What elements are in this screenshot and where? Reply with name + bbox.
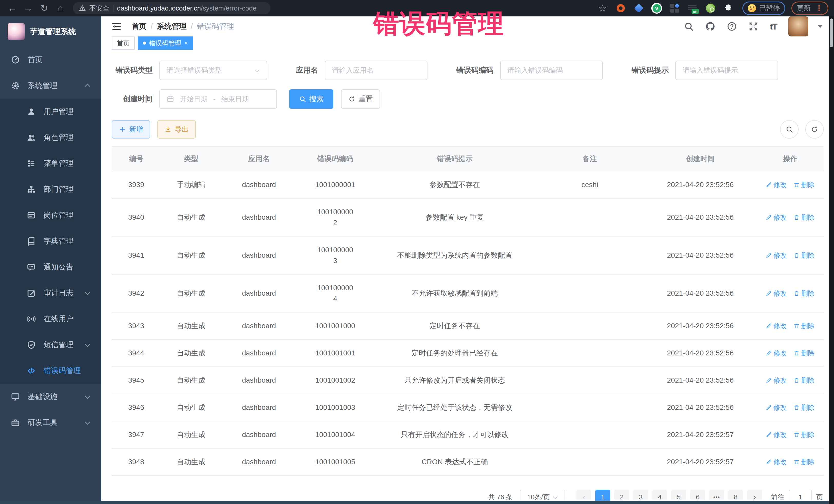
sidebar-item[interactable]: 岗位管理: [0, 202, 101, 228]
delete-link[interactable]: 删除: [793, 251, 814, 260]
fullscreen-icon[interactable]: [748, 21, 759, 31]
extension-puzzle-icon[interactable]: [723, 3, 734, 14]
sidebar-item[interactable]: 系统管理: [0, 73, 101, 98]
cell-app: dashboard: [221, 312, 297, 339]
sidebar-item[interactable]: 基础设施: [0, 384, 101, 410]
cell-code: 100100000 4: [297, 274, 374, 312]
edit-link[interactable]: 修改: [766, 251, 787, 260]
sidebar-item-label: 短信管理: [44, 340, 73, 350]
sidebar-item[interactable]: 短信管理: [0, 332, 101, 358]
search-button[interactable]: 搜索: [289, 89, 333, 109]
online-icon: [27, 314, 36, 324]
help-icon[interactable]: [727, 21, 737, 31]
trash-icon: [793, 377, 799, 384]
window-scrollbar[interactable]: [829, 17, 834, 504]
delete-link[interactable]: 删除: [793, 289, 814, 298]
edit-link[interactable]: 修改: [766, 403, 787, 412]
back-icon[interactable]: ←: [6, 3, 19, 14]
sidebar-item[interactable]: 菜单管理: [0, 150, 101, 176]
add-button[interactable]: 新增: [112, 120, 150, 138]
main-area: 首页 / 系统管理 / 错误码管理 tT 首页: [101, 17, 834, 501]
refresh-table-button[interactable]: [805, 120, 824, 138]
delete-link[interactable]: 删除: [793, 322, 814, 330]
sidebar-item[interactable]: 研发工具: [0, 410, 101, 436]
delete-link[interactable]: 删除: [793, 430, 814, 439]
sidebar-item-label: 错误码管理: [44, 366, 81, 376]
edit-link[interactable]: 修改: [766, 430, 787, 439]
profile-paused-chip[interactable]: 已暂停: [742, 2, 785, 15]
extension-grid-icon[interactable]: [669, 3, 680, 14]
sidebar-item[interactable]: 在线用户: [0, 306, 101, 332]
avatar-caret-icon[interactable]: [817, 25, 823, 28]
sidebar-item[interactable]: 角色管理: [0, 125, 101, 150]
edit-link[interactable]: 修改: [766, 322, 787, 330]
tab-close-icon[interactable]: ×: [184, 40, 188, 47]
sidebar-item[interactable]: 字典管理: [0, 228, 101, 254]
delete-link[interactable]: 删除: [793, 180, 814, 190]
edit-link[interactable]: 修改: [766, 376, 787, 385]
bookmark-star-icon[interactable]: ☆: [598, 3, 607, 14]
export-button[interactable]: 导出: [157, 120, 196, 138]
error-type-select[interactable]: 请选择错误码类型: [159, 61, 267, 80]
cell-app: dashboard: [221, 367, 297, 394]
extension-gem-icon[interactable]: [633, 3, 644, 14]
edit-link[interactable]: 修改: [766, 349, 787, 358]
breadcrumb-home[interactable]: 首页: [132, 21, 147, 31]
show-search-button[interactable]: [780, 120, 798, 138]
col-type: 类型: [161, 147, 221, 171]
github-icon[interactable]: [705, 21, 716, 31]
app-logo-row[interactable]: 芋道管理系统: [0, 17, 101, 47]
edit-link[interactable]: 修改: [766, 180, 787, 190]
cell-type: 自动生成: [161, 421, 221, 448]
date-range-picker[interactable]: 开始日期 - 结束日期: [159, 89, 277, 109]
gear-icon: [11, 81, 20, 90]
address-bar[interactable]: 不安全 dashboard.yudao.iocoder.cn/system/er…: [73, 2, 270, 14]
edit-link[interactable]: 修改: [766, 458, 787, 466]
table-header-row: 编号 类型 应用名 错误码编码 错误码提示 备注 创建时间 操作: [112, 147, 824, 171]
edit-link[interactable]: 修改: [766, 213, 787, 222]
sidebar-item[interactable]: 审计日志: [0, 280, 101, 306]
forward-icon[interactable]: →: [22, 3, 35, 14]
cell-actions: 修改 删除: [756, 198, 824, 236]
sidebar-item[interactable]: 首页: [0, 47, 101, 73]
app-name-input[interactable]: [332, 66, 420, 74]
extension-list-on-icon[interactable]: on: [687, 3, 698, 14]
edit-icon: [766, 323, 772, 329]
extension-green-search-icon[interactable]: [705, 3, 716, 14]
user-avatar[interactable]: [788, 17, 808, 37]
breadcrumb-separator: /: [191, 22, 193, 31]
cell-time: 2021-04-20 23:52:57: [644, 448, 756, 476]
reset-button[interactable]: 重置: [341, 89, 380, 109]
cell-code: 1001001000: [297, 312, 374, 339]
cell-msg: 参数配置不存在: [374, 171, 535, 198]
sidebar-item[interactable]: 用户管理: [0, 98, 101, 125]
home-icon[interactable]: ⌂: [53, 3, 67, 14]
trash-icon: [793, 404, 799, 411]
tab-error-code[interactable]: 错误码管理 ×: [138, 37, 193, 50]
delete-link[interactable]: 删除: [793, 376, 814, 385]
error-code-input[interactable]: [507, 66, 596, 74]
extension-green-v-icon[interactable]: v: [651, 3, 662, 14]
extension-orange-ring-icon[interactable]: [615, 3, 626, 14]
delete-link[interactable]: 删除: [793, 349, 814, 358]
edit-link[interactable]: 修改: [766, 289, 787, 298]
sidebar-item[interactable]: 错误码管理: [0, 358, 101, 384]
plus-icon: [119, 126, 126, 133]
scrollbar-thumb[interactable]: [830, 19, 833, 47]
goto-page-suffix: 页: [816, 493, 823, 502]
search-icon[interactable]: [684, 21, 694, 31]
reload-icon[interactable]: ↻: [38, 3, 51, 14]
breadcrumb-system[interactable]: 系统管理: [157, 21, 186, 31]
sidebar-item[interactable]: 通知公告: [0, 254, 101, 280]
sidebar-item[interactable]: 部门管理: [0, 176, 101, 202]
font-size-icon[interactable]: tT: [770, 22, 777, 31]
field-error-type: 错误码类型 请选择错误码类型: [112, 61, 267, 80]
error-msg-input[interactable]: [683, 66, 771, 74]
browser-menu-icon[interactable]: ⋮: [815, 6, 823, 11]
delete-link[interactable]: 删除: [793, 213, 814, 222]
sidebar-collapse-icon[interactable]: [111, 21, 122, 32]
tab-home[interactable]: 首页: [112, 37, 135, 50]
delete-link[interactable]: 删除: [793, 458, 814, 466]
browser-update-chip[interactable]: 更新 ⋮: [791, 2, 828, 15]
delete-link[interactable]: 删除: [793, 403, 814, 412]
